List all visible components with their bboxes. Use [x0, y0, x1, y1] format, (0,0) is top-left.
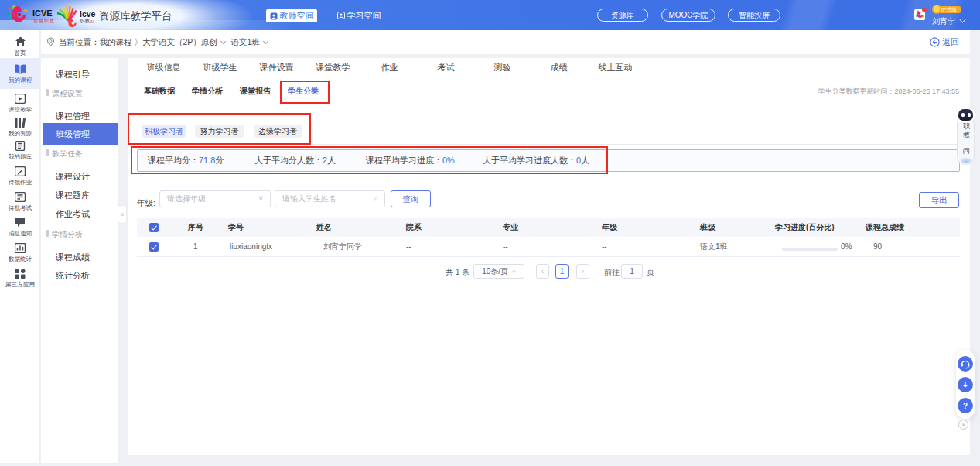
svg-text:ICVE: ICVE [32, 9, 53, 18]
svg-text:icve: icve [80, 9, 96, 19]
svg-text:?: ? [963, 402, 968, 410]
svg-text:职教云: 职教云 [80, 18, 95, 24]
svg-text:智慧职教: 智慧职教 [33, 19, 55, 24]
svg-text:资源库教学平台: 资源库教学平台 [99, 10, 172, 22]
